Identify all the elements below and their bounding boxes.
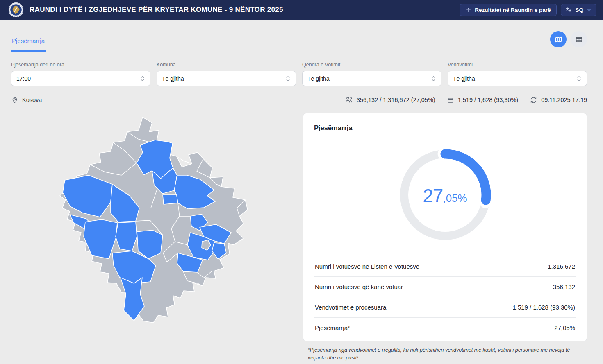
voters-icon bbox=[345, 96, 353, 104]
status-stats: 356,132 / 1,316,672 (27,05%) 1,519 / 1,6… bbox=[345, 96, 587, 104]
header-actions: Rezultatet në Raundin e parë SQ bbox=[460, 4, 596, 16]
polling-stations-stat: 1,519 / 1,628 (93,30%) bbox=[447, 96, 519, 104]
map-icon bbox=[555, 36, 562, 43]
row-value: 1,519 / 1,628 (93,30%) bbox=[512, 304, 575, 311]
panel-title: Pjesëmarrja bbox=[314, 124, 576, 132]
polling-station-select[interactable]: Të gjitha bbox=[448, 71, 587, 86]
language-selector[interactable]: SQ bbox=[561, 4, 596, 16]
footnote: *Pjesëmarrja nga vendvotimet e rregullta… bbox=[308, 346, 585, 362]
donut-center-label: 27 ,05% bbox=[396, 146, 494, 246]
filter-time-label: Pjesëmarrja deri në ora bbox=[11, 62, 150, 68]
filter-voting-center-label: Qendra e Votimit bbox=[302, 62, 441, 68]
filter-time: Pjesëmarrja deri në ora 17:00 bbox=[11, 62, 150, 86]
voting-center-select-value: Të gjitha bbox=[307, 75, 330, 82]
row-label: Vendvotimet e procesuara bbox=[315, 304, 386, 311]
main-content: Pjesëmarrja 27 ,05% Numri i votuesve në … bbox=[11, 113, 587, 362]
voters-stat-value: 356,132 / 1,316,672 (27,05%) bbox=[357, 97, 435, 103]
select-chevrons-icon bbox=[285, 75, 291, 82]
percent-main: 27 bbox=[423, 185, 443, 207]
polling-stations-stat-value: 1,519 / 1,628 (93,30%) bbox=[458, 97, 519, 103]
location-breadcrumb[interactable]: Kosova bbox=[11, 96, 42, 104]
last-update-stat: 09.11.2025 17:19 bbox=[530, 96, 587, 104]
time-select[interactable]: 17:00 bbox=[11, 71, 150, 86]
tab-participation[interactable]: Pjesëmarrja bbox=[11, 37, 46, 52]
filters-row: Pjesëmarrja deri në ora 17:00 Komuna Të … bbox=[11, 62, 587, 86]
row-value: 1,316,672 bbox=[548, 263, 575, 270]
location-pin-icon bbox=[11, 96, 18, 104]
municipality-select[interactable]: Të gjitha bbox=[157, 71, 296, 86]
view-toggles bbox=[550, 31, 587, 51]
row-label: Pjesëmarrja* bbox=[315, 324, 350, 331]
filter-polling-station-label: Vendvotimi bbox=[448, 62, 587, 68]
arrow-up-icon bbox=[466, 7, 471, 13]
table-row: Numri i votuesve që kanë votuar 356,132 bbox=[314, 276, 576, 297]
chevron-down-icon bbox=[587, 7, 592, 12]
row-value: 356,132 bbox=[553, 283, 575, 290]
location-label: Kosova bbox=[22, 97, 42, 103]
select-chevrons-icon bbox=[431, 75, 436, 82]
map-region[interactable] bbox=[116, 222, 137, 251]
participation-column: Pjesëmarrja 27 ,05% Numri i votuesve në … bbox=[303, 113, 587, 362]
map-view-button[interactable] bbox=[550, 31, 567, 47]
stats-table: Numri i votuesve në Listën e Votuesve 1,… bbox=[314, 256, 576, 338]
table-view-button[interactable] bbox=[571, 31, 587, 47]
polling-station-select-value: Të gjitha bbox=[453, 75, 475, 82]
select-chevrons-icon bbox=[140, 75, 145, 82]
page-title: RAUNDI I DYTË I ZGJEDHJEVE PËR KRYETAR K… bbox=[30, 6, 283, 14]
row-label: Numri i votuesve në Listën e Votuesve bbox=[315, 263, 419, 270]
table-row: Pjesëmarrja* 27,05% bbox=[314, 317, 576, 338]
row-value: 27,05% bbox=[554, 324, 575, 331]
participation-panel: Pjesëmarrja 27 ,05% Numri i votuesve në … bbox=[303, 113, 587, 341]
select-chevrons-icon bbox=[576, 75, 582, 82]
time-select-value: 17:00 bbox=[16, 75, 31, 82]
map-region[interactable] bbox=[163, 195, 178, 204]
row-label: Numri i votuesve që kanë votuar bbox=[315, 283, 403, 290]
status-bar: Kosova 356,132 / 1,316,672 (27,05%) 1,51… bbox=[11, 96, 587, 104]
table-row: Numri i votuesve në Listën e Votuesve 1,… bbox=[314, 256, 576, 276]
voting-center-select[interactable]: Të gjitha bbox=[302, 71, 441, 86]
tab-bar: Pjesëmarrja bbox=[11, 20, 587, 51]
kosovo-map-svg bbox=[52, 113, 257, 333]
filter-voting-center: Qendra e Votimit Të gjitha bbox=[302, 62, 441, 86]
percent-decimal: ,05% bbox=[443, 187, 467, 205]
translate-icon bbox=[566, 7, 572, 13]
ballot-box-icon bbox=[447, 96, 454, 104]
last-update-value: 09.11.2025 17:19 bbox=[541, 97, 587, 103]
refresh-icon bbox=[530, 96, 537, 104]
first-round-results-label: Rezultatet në Raundin e parë bbox=[475, 7, 551, 13]
kqz-logo bbox=[8, 2, 24, 18]
table-icon bbox=[575, 36, 583, 43]
language-code: SQ bbox=[575, 7, 583, 13]
table-row: Vendvotimet e procesuara 1,519 / 1,628 (… bbox=[314, 297, 576, 317]
first-round-results-button[interactable]: Rezultatet në Raundin e parë bbox=[460, 4, 557, 16]
kosovo-map bbox=[11, 113, 297, 333]
filter-municipality-label: Komuna bbox=[157, 62, 296, 68]
turnout-donut: 27 ,05% bbox=[396, 146, 494, 246]
filter-municipality: Komuna Të gjitha bbox=[157, 62, 296, 86]
municipality-select-value: Të gjitha bbox=[162, 75, 184, 82]
app-header: RAUNDI I DYTË I ZGJEDHJEVE PËR KRYETAR K… bbox=[0, 0, 603, 20]
filter-polling-station: Vendvotimi Të gjitha bbox=[448, 62, 587, 86]
voters-stat: 356,132 / 1,316,672 (27,05%) bbox=[345, 96, 435, 104]
